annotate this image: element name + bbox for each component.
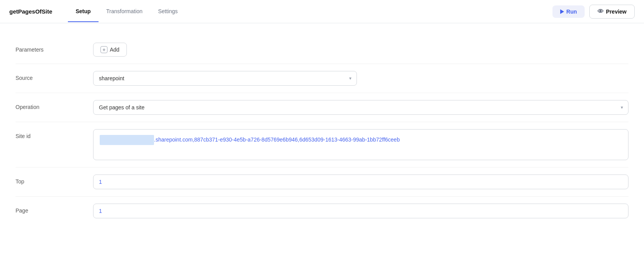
site-id-field-wrapper: .sharepoint.com,887cb371-e930-4e5b-a726-…: [93, 129, 628, 160]
top-row: Top: [16, 168, 628, 196]
parameters-label: Parameters: [16, 43, 93, 53]
source-field: sharepoint ▾: [93, 71, 628, 86]
play-icon: [560, 9, 564, 14]
top-label: Top: [16, 175, 93, 185]
app-title: getPagesOfSite: [9, 8, 52, 15]
parameters-field: + Add: [93, 43, 628, 57]
site-id-main: .sharepoint.com,887cb371-e930-4e5b-a726-…: [154, 135, 328, 145]
site-id-prefix: [100, 135, 154, 145]
operation-row: Operation Get pages of a site ▾: [16, 93, 628, 122]
add-button[interactable]: + Add: [93, 43, 127, 57]
plus-icon: +: [100, 46, 107, 53]
page-input[interactable]: [93, 204, 628, 218]
operation-label: Operation: [16, 100, 93, 110]
operation-select-wrapper: Get pages of a site ▾: [93, 100, 628, 115]
page-field-wrapper: [93, 204, 628, 218]
header-actions: Run 👁 Preview: [552, 5, 635, 19]
source-select[interactable]: sharepoint: [93, 71, 357, 86]
operation-select[interactable]: Get pages of a site: [93, 100, 628, 115]
tab-settings[interactable]: Settings: [150, 1, 185, 22]
tabs: Setup Transformation Settings: [68, 1, 552, 22]
site-id-label: Site id: [16, 129, 93, 139]
parameters-row: Parameters + Add: [16, 36, 628, 64]
eye-icon: 👁: [597, 8, 604, 15]
site-id-row: Site id .sharepoint.com,887cb371-e930-4e…: [16, 122, 628, 167]
top-input[interactable]: [93, 175, 628, 189]
site-id-secondary: 613-4663-99ab-1bb72ff6ceeb: [328, 135, 400, 145]
page-row: Page: [16, 197, 628, 225]
site-id-content: .sharepoint.com,887cb371-e930-4e5b-a726-…: [100, 135, 622, 145]
site-id-field[interactable]: .sharepoint.com,887cb371-e930-4e5b-a726-…: [93, 129, 628, 160]
operation-field: Get pages of a site ▾: [93, 100, 628, 115]
tab-setup[interactable]: Setup: [68, 1, 99, 22]
run-button[interactable]: Run: [552, 5, 585, 18]
header: getPagesOfSite Setup Transformation Sett…: [0, 0, 644, 23]
top-field-wrapper: [93, 175, 628, 189]
page-label: Page: [16, 204, 93, 214]
tab-transformation[interactable]: Transformation: [99, 1, 151, 22]
preview-button[interactable]: 👁 Preview: [589, 5, 635, 19]
source-select-wrapper: sharepoint ▾: [93, 71, 357, 86]
source-row: Source sharepoint ▾: [16, 64, 628, 93]
source-label: Source: [16, 71, 93, 81]
app-container: getPagesOfSite Setup Transformation Sett…: [0, 0, 644, 273]
main-content: Parameters + Add Source sharepoint ▾: [0, 23, 644, 238]
